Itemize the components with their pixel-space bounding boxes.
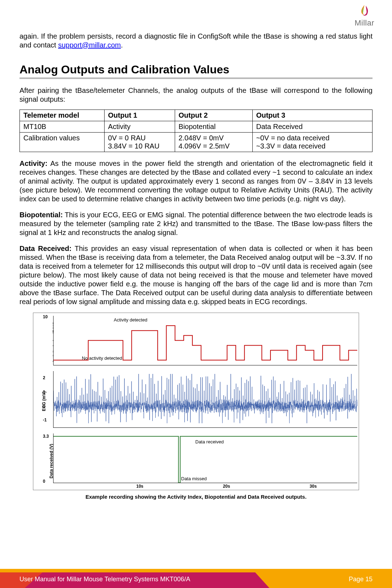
plot-activity: 10 Activity detected No activity detecte… <box>53 316 357 365</box>
chart-ecg: ECG (mV) 2 1 0 -1 <box>35 371 357 431</box>
th-model: Telemeter model <box>20 110 105 121</box>
cal-line: 4.096V = 2.5mV <box>179 142 230 150</box>
brand-name: Millar <box>354 18 374 28</box>
plot-ecg: 2 1 0 -1 <box>53 371 357 428</box>
xtick: 10s <box>136 484 144 489</box>
ecg-line <box>54 371 357 427</box>
bio-text: This is your ECG, EEG or EMG signal. The… <box>19 211 373 236</box>
cal-line: 0V = 0 RAU <box>108 134 146 142</box>
td-out2: Biopotential <box>175 121 252 133</box>
intro-text-after: . <box>121 41 123 49</box>
biopotential-paragraph: Biopotential: This is your ECG, EEG or E… <box>19 211 373 237</box>
xtick: 20s <box>223 484 230 489</box>
footer-right: Page 15 <box>349 576 373 583</box>
td-out1: Activity <box>104 121 175 133</box>
cal-line: ~0V = no data received <box>256 134 330 142</box>
activity-label: Activity: <box>19 159 47 167</box>
td-cal-label: Calibration values <box>20 133 105 152</box>
data-received-line <box>54 433 357 483</box>
footer-left: User Manual for Millar Mouse Telemetry S… <box>19 576 190 583</box>
intro-paragraph: again. If the problem persists, record a… <box>19 32 373 50</box>
ytick: -1 <box>43 418 47 422</box>
activity-paragraph: Activity: As the mouse moves in the powe… <box>19 159 373 203</box>
dr-label: Data Received: <box>19 245 72 252</box>
section-heading: Analog Outputs and Calibration Values <box>19 63 373 76</box>
plot-data-received: 3.3 0 Data received Data missed <box>53 433 357 483</box>
chart-caption: Example recording showing the Activity I… <box>19 494 373 500</box>
ytick: 3.3 <box>43 434 49 439</box>
data-received-paragraph: Data Received: This provides an easy vis… <box>19 244 373 306</box>
charts-figure: Activity index (RAU) 10 Activity detecte… <box>33 313 359 490</box>
td-model: MT10B <box>20 121 105 133</box>
flame-icon <box>357 4 371 18</box>
outputs-table: Telemeter model Output 1 Output 2 Output… <box>19 110 373 152</box>
ytick: 2 <box>43 375 45 380</box>
table-row: Calibration values 0V = 0 RAU 3.84V = 10… <box>20 133 373 152</box>
td-cal2: 2.048V = 0mV 4.096V = 2.5mV <box>175 133 252 152</box>
td-cal1: 0V = 0 RAU 3.84V = 10 RAU <box>104 133 175 152</box>
brand-logo: Millar <box>354 4 374 28</box>
cal-line: 3.84V = 10 RAU <box>108 142 159 150</box>
cal-line: 2.048V = 0mV <box>179 134 224 142</box>
lead-paragraph: After pairing the tBase/telemeter Channe… <box>19 86 373 104</box>
table-header-row: Telemeter model Output 1 Output 2 Output… <box>20 110 373 121</box>
th-out3: Output 3 <box>252 110 372 121</box>
activity-text: As the mouse moves in the power field th… <box>19 159 373 203</box>
th-out2: Output 2 <box>175 110 252 121</box>
ytick: 0 <box>43 479 45 484</box>
td-cal3: ~0V = no data received ~3.3V = data rece… <box>252 133 372 152</box>
th-out1: Output 1 <box>104 110 175 121</box>
cal-line: ~3.3V = data received <box>256 142 326 150</box>
bio-label: Biopotential: <box>19 211 63 219</box>
heading-rule <box>19 78 373 79</box>
dr-text: This provides an easy visual representat… <box>19 245 373 306</box>
ytick: 0 <box>43 404 45 409</box>
chart-data-received: Data received (V) 3.3 0 Data received Da… <box>35 433 357 488</box>
ytick: 10 <box>43 314 47 319</box>
chart-activity: Activity index (RAU) 10 Activity detecte… <box>35 316 357 369</box>
ytick: 1 <box>43 390 45 394</box>
xaxis: 10s 20s 30s <box>53 483 357 490</box>
page-footer: User Manual for Millar Mouse Telemetry S… <box>0 569 392 588</box>
activity-line <box>54 316 357 365</box>
support-email-link[interactable]: support@millar.com <box>58 41 121 49</box>
table-row: MT10B Activity Biopotential Data Receive… <box>20 121 373 133</box>
xtick: 30s <box>310 484 317 489</box>
td-out3: Data Received <box>252 121 372 133</box>
